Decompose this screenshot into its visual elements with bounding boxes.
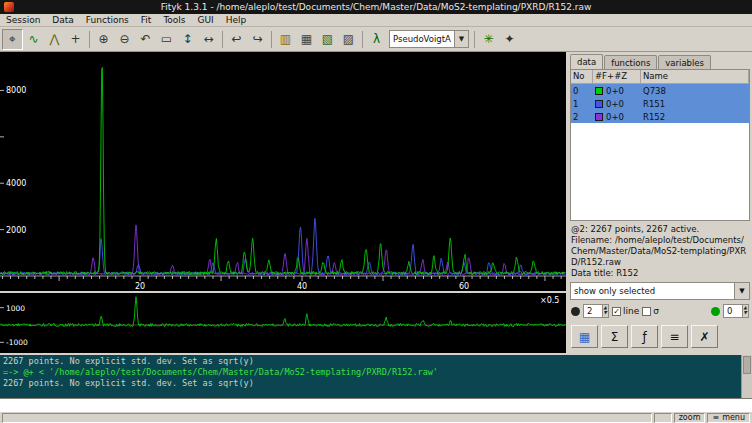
zoom-out-button[interactable]: ⊖ [114,29,135,50]
console-scrollbar[interactable] [741,355,752,398]
row-number: 0 [571,84,593,97]
svg-text:8000: 8000 [6,86,26,95]
function-button[interactable]: ƒ [631,325,658,348]
menu-fit[interactable]: Fit [135,14,158,26]
horizontal-zoom-button[interactable]: ↔ [198,29,219,50]
add-point-mode-button[interactable]: ⋀ [44,29,65,50]
title-bar: Fityk 1.3.1 - /home/aleplo/test/Document… [0,0,752,14]
chevron-down-icon[interactable]: ▼ [734,283,749,299]
point-size-spinner[interactable]: 2 ▲▼ [583,304,609,318]
tab-variables[interactable]: variables [658,55,711,69]
toolbar-separator [474,31,475,48]
auto-add-peak-button[interactable]: ✳ [478,29,499,50]
sidebar-buttons: ▦Σƒ≡✗ [571,325,749,348]
data-row-R151[interactable]: 10+0R151 [571,97,749,110]
open-file-button[interactable]: ▥ [275,29,296,50]
dataset-name: R151 [641,97,749,110]
color-swatch [595,87,603,95]
svg-text:-1000: -1000 [6,338,28,347]
spinner-arrows-icon[interactable]: ▲▼ [742,305,748,317]
toolbar: ⌖∿⋀+⊕⊖↶▭↕↔↩↪▥▦▧▨λPseudoVoigtA▼✳✦ [0,27,752,52]
sidebar: datafunctionsvariables No#F+#ZName 00+0Q… [566,52,752,353]
toolbar-separator [271,31,272,48]
data-row-Q738[interactable]: 00+0Q738 [571,84,749,97]
line-checkbox[interactable]: ✓ line [612,306,639,316]
zoom-mode-button[interactable]: ⌖ [2,29,23,50]
display-controls: 2 ▲▼ ✓ line σ 0 ▲▼ [571,302,749,320]
sigma-size-value: 0 [724,306,742,316]
sigma-checkbox[interactable]: σ [642,306,659,316]
export-image-button[interactable]: ▧ [317,29,338,50]
status-message [2,413,652,423]
sum-button[interactable]: Σ [601,325,628,348]
activate-data-mode-button[interactable]: + [65,29,86,50]
svg-text:1000: 1000 [6,304,25,313]
console-line: =-> @+ < '/home/aleplo/test/Documents/Ch… [3,367,749,378]
toolbar-separator [89,31,90,48]
info-line: Filename: /home/aleplo/test/Documents/Ch… [571,235,749,268]
menu-help[interactable]: Help [220,14,253,26]
delete-button[interactable]: ✗ [691,325,718,348]
data-row-R152[interactable]: 20+0R152 [571,110,749,123]
menu-tools[interactable]: Tools [157,14,191,26]
info-line: @2: 2267 points, 2267 active. [571,224,749,235]
chevron-down-icon: ▼ [454,31,468,47]
fz-count: 0+0 [606,112,624,122]
tab-functions[interactable]: functions [604,55,657,69]
checkbox-box-icon [642,307,651,316]
status-coords [654,413,672,423]
add-function-button[interactable]: λ [366,29,387,50]
undo-button[interactable]: ↩ [226,29,247,50]
main-plot[interactable]: 204060200040008000 [0,52,566,291]
line-checkbox-label: line [623,306,639,316]
fz-count: 0+0 [606,99,624,109]
svg-text:60: 60 [459,282,469,291]
point-size-value: 2 [584,306,602,316]
console-line: 2267 points. No explicit std. dev. Set a… [3,378,749,389]
previous-zoom-button[interactable]: ↶ [135,29,156,50]
save-session-button[interactable]: ▦ [296,29,317,50]
menu-gui[interactable]: GUI [192,14,220,26]
row-number: 2 [571,110,593,123]
console-line: 2267 points. No explicit std. dev. Set a… [3,356,749,367]
app-icon [4,2,14,12]
status-menu-label: menu [722,413,745,422]
spinner-arrows-icon[interactable]: ▲▼ [602,305,608,317]
data-list: No#F+#ZName 00+0Q73810+0R15120+0R152 [570,69,750,221]
zoom-in-button[interactable]: ⊕ [93,29,114,50]
scrollbar-thumb[interactable] [743,356,751,374]
plot-area: 204060200040008000 1000-1000×0.5 [0,52,566,353]
fz-count: 0+0 [606,86,624,96]
toolbar-separator [222,31,223,48]
zoom-status-button[interactable]: zoom [674,413,706,423]
run-fit-button[interactable]: ✦ [499,29,520,50]
sigma-color-icon [711,307,720,316]
filter-dropdown[interactable]: show only selected ▼ [570,282,750,300]
vertical-zoom-button[interactable]: ↕ [177,29,198,50]
data-list-rows: 00+0Q73810+0R15120+0R152 [571,84,749,123]
script-editor-button[interactable]: ▨ [338,29,359,50]
column-header: #F+#Z [593,70,641,83]
function-type-value: PseudoVoigtA [390,34,454,44]
status-menu-button[interactable]: ≡menu [707,413,750,423]
sigma-size-spinner[interactable]: 0 ▲▼ [723,304,749,318]
redo-button[interactable]: ↪ [247,29,268,50]
fityk-window: Fityk 1.3.1 - /home/aleplo/test/Document… [0,0,752,423]
menu-session[interactable]: Session [0,14,46,26]
formula-button[interactable]: ≡ [661,325,688,348]
hamburger-icon: ≡ [712,413,719,422]
auxiliary-plot[interactable]: 1000-1000×0.5 [0,293,566,353]
zoom-all-button[interactable]: ▭ [156,29,177,50]
add-peak-mode-button[interactable]: ∿ [23,29,44,50]
function-type-dropdown[interactable]: PseudoVoigtA▼ [389,30,469,48]
color-swatch [595,113,603,121]
svg-text:×0.5: ×0.5 [540,296,559,305]
tab-data[interactable]: data [570,54,603,69]
command-input[interactable] [0,398,752,411]
menu-data[interactable]: Data [46,14,80,26]
window-title: Fityk 1.3.1 - /home/aleplo/test/Document… [161,2,592,12]
filter-dropdown-value: show only selected [571,286,734,296]
plot-style-button[interactable]: ▦ [571,325,598,348]
menu-functions[interactable]: Functions [80,14,135,26]
console-lines: 2267 points. No explicit std. dev. Set a… [0,355,752,390]
